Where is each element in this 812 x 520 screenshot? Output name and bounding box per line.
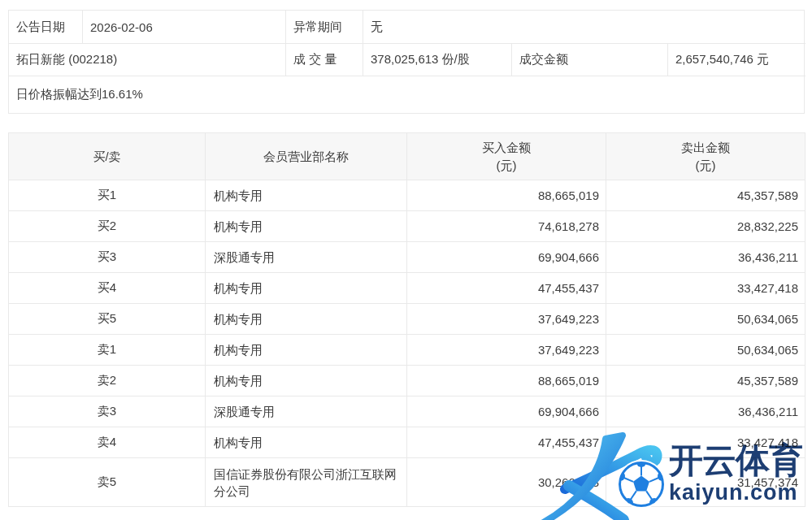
amplitude-note: 日价格振幅达到16.61%: [9, 76, 805, 113]
side-cell: 卖5: [9, 458, 206, 507]
header-buy-line1: 买入金额: [407, 139, 606, 157]
table-row: 卖1机构专用37,649,22350,634,065: [9, 335, 805, 366]
header-branch: 会员营业部名称: [206, 133, 407, 180]
side-cell: 买3: [9, 242, 206, 273]
sell-amount-cell: 50,634,065: [606, 335, 805, 366]
header-sell-amount: 卖出金额 (元): [606, 133, 805, 180]
volume-label: 成 交 量: [285, 43, 363, 76]
sell-amount-cell: 45,357,589: [606, 366, 805, 396]
side-cell: 卖2: [9, 366, 206, 396]
table-row: 买2机构专用74,618,27828,832,225: [9, 211, 805, 242]
side-cell: 卖1: [9, 335, 206, 366]
header-side: 买/卖: [9, 133, 206, 180]
buy-amount-cell: 47,455,437: [407, 273, 606, 304]
page: 公告日期 2026-02-06 异常期间 无 拓日新能 (002218) 成 交…: [0, 0, 812, 520]
branch-cell: 深股通专用: [206, 242, 407, 273]
branch-cell: 机构专用: [206, 304, 407, 335]
table-row: 买3深股通专用69,904,66636,436,211: [9, 242, 805, 273]
branch-cell: 机构专用: [206, 273, 407, 304]
branch-cell: 机构专用: [206, 427, 407, 458]
branch-cell: 机构专用: [206, 180, 407, 211]
side-cell: 买2: [9, 211, 206, 242]
announce-date-value: 2026-02-06: [82, 11, 285, 43]
buy-amount-cell: 37,649,223: [407, 335, 606, 366]
header-sell-line2: (元): [606, 157, 805, 175]
volume-value: 378,025,613 份/股: [363, 43, 511, 76]
turnover-label: 成交金额: [511, 43, 667, 76]
branch-cell: 机构专用: [206, 366, 407, 396]
turnover-value: 2,657,540,746 元: [667, 43, 805, 76]
watermark-text: 开云体育 kaiyun.com: [669, 444, 802, 505]
header-sell-line1: 卖出金额: [606, 139, 805, 157]
sell-amount-cell: 36,436,211: [606, 242, 805, 273]
abnormal-period-value: 无: [363, 11, 805, 43]
header-buy-amount: 买入金额 (元): [407, 133, 606, 180]
buy-amount-cell: 69,904,666: [407, 396, 606, 427]
sell-amount-cell: 28,832,225: [606, 211, 805, 242]
side-cell: 卖4: [9, 427, 206, 458]
buy-amount-cell: 88,665,019: [407, 180, 606, 211]
table-header-row: 买/卖 会员营业部名称 买入金额 (元) 卖出金额 (元): [9, 133, 805, 180]
stock-name: 拓日新能 (002218): [9, 43, 285, 76]
watermark-brand-cn: 开云体育: [669, 444, 802, 478]
kaiyun-watermark[interactable]: 开云体育 kaiyun.com: [524, 426, 809, 520]
watermark-brand-domain: kaiyun.com: [669, 480, 802, 505]
branch-cell: 深股通专用: [206, 396, 407, 427]
side-cell: 买1: [9, 180, 206, 211]
table-row: 买5机构专用37,649,22350,634,065: [9, 304, 805, 335]
branch-cell: 机构专用: [206, 211, 407, 242]
buy-amount-cell: 74,618,278: [407, 211, 606, 242]
buy-amount-cell: 88,665,019: [407, 366, 606, 396]
branch-cell: 国信证券股份有限公司浙江互联网分公司: [206, 458, 407, 507]
table-row: 卖3深股通专用69,904,66636,436,211: [9, 396, 805, 427]
branch-cell: 机构专用: [206, 335, 407, 366]
side-cell: 买4: [9, 273, 206, 304]
table-row: 买1机构专用88,665,01945,357,589: [9, 180, 805, 211]
side-cell: 卖3: [9, 396, 206, 427]
sell-amount-cell: 45,357,589: [606, 180, 805, 211]
sell-amount-cell: 33,427,418: [606, 273, 805, 304]
table-row: 卖2机构专用88,665,01945,357,589: [9, 366, 805, 396]
header-buy-line2: (元): [407, 157, 606, 175]
announce-date-label: 公告日期: [9, 11, 82, 43]
side-cell: 买5: [9, 304, 206, 335]
sell-amount-cell: 50,634,065: [606, 304, 805, 335]
table-row: 买4机构专用47,455,43733,427,418: [9, 273, 805, 304]
buy-amount-cell: 69,904,666: [407, 242, 606, 273]
abnormal-period-label: 异常期间: [285, 11, 363, 43]
info-box: 公告日期 2026-02-06 异常期间 无 拓日新能 (002218) 成 交…: [8, 10, 805, 114]
sell-amount-cell: 36,436,211: [606, 396, 805, 427]
buy-amount-cell: 37,649,223: [407, 304, 606, 335]
kaiyun-k-football-icon: [524, 426, 683, 520]
